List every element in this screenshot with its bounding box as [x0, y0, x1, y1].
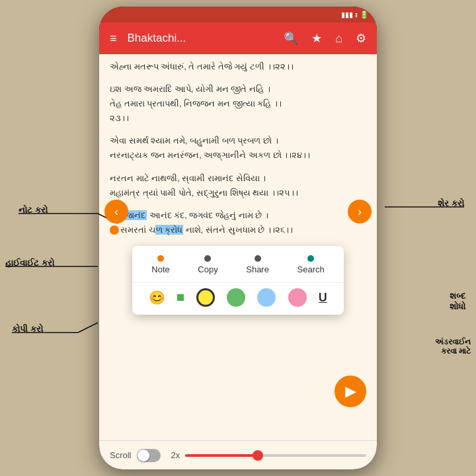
- scroll-label: Scroll: [110, 450, 132, 460]
- verse-23: ઇશ અજ અમરાદિ આપે, યોગી મન જીતે નહિ । તેહ…: [110, 82, 366, 126]
- orange-dot: [110, 225, 119, 235]
- color-blue[interactable]: [257, 288, 276, 307]
- menu-icon[interactable]: ≡: [107, 29, 120, 48]
- verse-22: એહ્ના મતરૂપ અંધારું, તે તમારે તેજે ગયું …: [110, 60, 366, 74]
- color-green[interactable]: [227, 288, 245, 307]
- annotation-share-line: [385, 207, 464, 220]
- status-bar: ▮▮▮ ᵻ 🔋: [99, 7, 377, 22]
- verse-24: એવા સમર્થ શ્યામ તમે, બહુ‌ના‌મી બ‌ળ પ્રબ‌…: [110, 134, 366, 163]
- verse-25-line2: મ‌હ‌ા‌મ‌ં‌ત‌્ર‌ ત‌્ય‌ા‌ં‌ પ‌ા‌મ‌ી‌ પ‌ો‌ત…: [110, 186, 366, 200]
- verse-26-line1: સ‌હ‌જ‌ા‌ન‌ં‌દ આ‌ન‌ં‌દ‌ ક‌ં‌દ‌, જ‌ગ‌વ‌ં‌દ…: [110, 208, 366, 223]
- settings-icon[interactable]: ⚙: [353, 28, 369, 48]
- star-icon[interactable]: ★: [309, 28, 325, 48]
- search-dot: [307, 255, 314, 262]
- color-yellow[interactable]: [196, 288, 215, 307]
- verse-23-line1: ઇશ અજ અમરાદિ આપે, યોગી મન જીતે નહિ ।: [110, 82, 366, 97]
- verse-23-line2: તેહ તમારા પ્રતાપથી, નિજ‌જ‌ન મન જીત્યા કહ…: [110, 97, 366, 111]
- prev-arrow[interactable]: ‹: [104, 200, 128, 223]
- search-button[interactable]: Search: [292, 253, 330, 277]
- note-dot: [157, 255, 164, 262]
- copy-label: Copy: [198, 264, 218, 274]
- toolbar: ≡ Bhaktachi... 🔍 ★ ⌂ ⚙: [99, 22, 377, 54]
- annotation-copy: કોપી કરો: [12, 324, 43, 335]
- svg-line-4: [78, 323, 98, 333]
- copy-dot: [204, 255, 211, 262]
- verse-25-line1: ન‌ર‌ત‌ન‌ માટ‌ે ના‌થ‌જ‌ી, સ‌્વ‌ા‌મ‌ી‌ ર‌ા…: [110, 171, 366, 186]
- phone-frame: ▮▮▮ ᵻ 🔋 ≡ Bhaktachi... 🔍 ★ ⌂ ⚙ એહ્ના મતર…: [99, 7, 377, 469]
- verse-26: સ‌હ‌જ‌ા‌ન‌ં‌દ આ‌ન‌ં‌દ‌ ક‌ં‌દ‌, જ‌ગ‌વ‌ં‌દ…: [110, 208, 366, 237]
- annotation-share: શેર કરો: [438, 198, 464, 209]
- home-icon[interactable]: ⌂: [333, 29, 345, 48]
- note-label: Note: [151, 264, 169, 274]
- color-picker-row: 😊 U: [132, 283, 344, 309]
- share-button[interactable]: Share: [241, 253, 274, 277]
- copy-button[interactable]: Copy: [192, 253, 223, 277]
- scroll-toggle[interactable]: [137, 449, 161, 462]
- status-icons: ▮▮▮ ᵻ 🔋: [341, 11, 369, 19]
- speed-slider[interactable]: [185, 454, 366, 457]
- toggle-knob: [138, 450, 149, 461]
- context-menu: Note Copy Share Search: [132, 246, 344, 315]
- content-area: એહ્ના મતરૂપ અંધારું, તે તમારે તેજે ગયું …: [99, 54, 377, 440]
- annotation-note: નોટ કરો: [19, 205, 48, 216]
- verse-24-line2: ન‌ર‌ના‌ટ‌્ય‌ક‌ જ‌ન‌ મ‌ન‌ર‌ં‌જ‌ન‌, અ‌જ‌્ઞ…: [110, 148, 366, 163]
- verse-24-line1: એવા સમર્થ શ્યામ તમે, બહુ‌ના‌મી બ‌ળ પ્રબ‌…: [110, 134, 366, 148]
- app-title: Bhaktachi...: [128, 32, 274, 45]
- verse-26-line2: સ‌મ‌ર‌ત‌ાં‌ ચ‌ળ ક‌્ર‌ો‌ધ‌ ન‌ા‌શ‌ે, સ‌ં‌ત…: [110, 223, 366, 237]
- speed-label: 2x: [171, 450, 180, 460]
- color-pink[interactable]: [288, 288, 307, 307]
- annotation-highlight: હાઈવાઈટ કરો: [5, 258, 54, 268]
- search-label: Search: [298, 264, 325, 274]
- annotation-underline: અંડરવાઈન કરવા માટે: [435, 337, 471, 356]
- green-dot-small: [177, 294, 184, 301]
- share-label: Share: [246, 264, 269, 274]
- search-icon[interactable]: 🔍: [281, 28, 301, 48]
- note-button[interactable]: Note: [146, 253, 175, 277]
- play-button[interactable]: ▶: [335, 376, 366, 407]
- share-dot: [255, 255, 261, 262]
- context-menu-actions: Note Copy Share Search: [132, 253, 344, 283]
- slider-thumb[interactable]: [253, 450, 263, 461]
- annotation-search: શબ્દ શોધો: [450, 291, 465, 312]
- highlight-2: ળ ક‌્ર‌ો‌ધ: [155, 225, 184, 235]
- slider-fill: [185, 454, 258, 457]
- smiley-icon[interactable]: 😊: [149, 290, 165, 305]
- next-arrow[interactable]: ›: [348, 200, 372, 223]
- verse-23-num: ૨૩।।: [110, 111, 366, 126]
- verse-22-line1: એહ્ના મતરૂપ અંધારું, તે તમારે તેજે ગયું …: [110, 60, 366, 74]
- verse-25: ન‌ર‌ત‌ન‌ માટ‌ે ના‌થ‌જ‌ી, સ‌્વ‌ા‌મ‌ી‌ ર‌ા…: [110, 171, 366, 200]
- underline-button[interactable]: U: [319, 291, 327, 305]
- text-content: એહ્ના મતરૂપ અંધારું, તે તમારે તેજે ગયું …: [99, 54, 377, 251]
- bottom-bar: Scroll 2x: [99, 440, 377, 469]
